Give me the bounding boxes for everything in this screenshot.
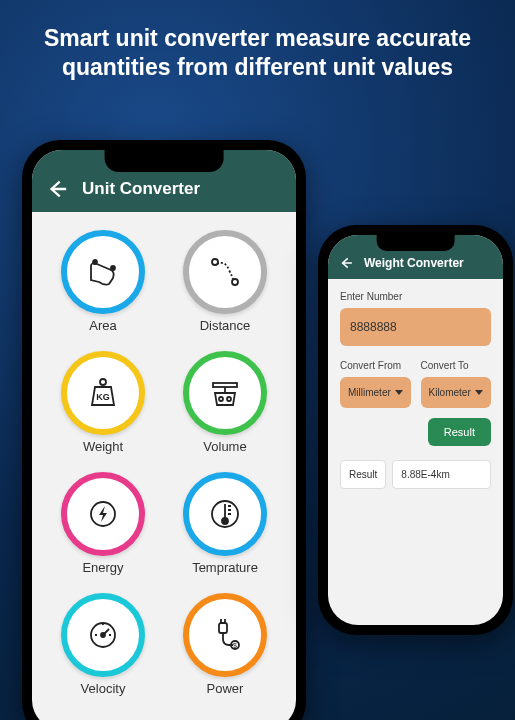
category-label: Distance xyxy=(200,318,251,333)
temperature-icon xyxy=(205,494,245,534)
svg-point-0 xyxy=(93,260,97,264)
appbar-title: Unit Converter xyxy=(82,179,200,199)
svg-point-13 xyxy=(101,633,105,637)
phone-mockup-2: Weight Converter Enter Number 8888888 Co… xyxy=(318,225,513,635)
converter-form: Enter Number 8888888 Convert From Millim… xyxy=(328,279,503,501)
phone-notch xyxy=(376,235,455,251)
category-distance[interactable]: Distance xyxy=(174,230,276,333)
convert-to-label: Convert To xyxy=(421,360,492,371)
svg-point-8 xyxy=(227,397,231,401)
power-icon: $ xyxy=(205,615,245,655)
svg-point-11 xyxy=(222,518,228,524)
category-label: Volume xyxy=(203,439,246,454)
svg-text:$: $ xyxy=(233,642,237,649)
select-value: Kilometer xyxy=(429,387,471,398)
appbar-title: Weight Converter xyxy=(364,256,464,270)
svg-point-7 xyxy=(219,397,223,401)
result-value-cell: 8.88E-4km xyxy=(392,460,491,489)
svg-text:KG: KG xyxy=(96,392,110,402)
area-icon xyxy=(83,252,123,292)
back-arrow-icon[interactable] xyxy=(338,255,354,271)
phone-mockup-1: Unit Converter Area Distance KG xyxy=(22,140,306,720)
category-power[interactable]: $ Power xyxy=(174,593,276,696)
svg-point-4 xyxy=(100,379,106,385)
category-volume[interactable]: Volume xyxy=(174,351,276,454)
convert-to-select[interactable]: Kilometer xyxy=(421,377,492,408)
energy-icon xyxy=(83,494,123,534)
select-value: Millimeter xyxy=(348,387,391,398)
convert-from-label: Convert From xyxy=(340,360,411,371)
back-arrow-icon[interactable] xyxy=(46,178,68,200)
category-label: Velocity xyxy=(81,681,126,696)
volume-icon xyxy=(205,373,245,413)
phone-notch xyxy=(105,150,224,172)
category-grid: Area Distance KG Weight Vol xyxy=(32,212,296,714)
category-label: Temprature xyxy=(192,560,258,575)
category-label: Area xyxy=(89,318,116,333)
svg-rect-14 xyxy=(219,623,227,633)
result-label-cell: Result xyxy=(340,460,386,489)
category-label: Weight xyxy=(83,439,123,454)
chevron-down-icon xyxy=(475,390,483,395)
velocity-icon xyxy=(83,615,123,655)
category-energy[interactable]: Energy xyxy=(52,472,154,575)
weight-icon: KG xyxy=(83,373,123,413)
category-label: Energy xyxy=(82,560,123,575)
enter-number-label: Enter Number xyxy=(340,291,491,302)
svg-point-3 xyxy=(232,279,238,285)
promo-headline: Smart unit converter measure accurate qu… xyxy=(0,0,515,92)
chevron-down-icon xyxy=(395,390,403,395)
category-label: Power xyxy=(207,681,244,696)
category-area[interactable]: Area xyxy=(52,230,154,333)
category-velocity[interactable]: Velocity xyxy=(52,593,154,696)
svg-rect-6 xyxy=(213,383,237,387)
distance-icon xyxy=(205,252,245,292)
number-input[interactable]: 8888888 xyxy=(340,308,491,346)
category-weight[interactable]: KG Weight xyxy=(52,351,154,454)
svg-point-1 xyxy=(111,266,115,270)
convert-from-select[interactable]: Millimeter xyxy=(340,377,411,408)
category-temperature[interactable]: Temprature xyxy=(174,472,276,575)
result-button[interactable]: Result xyxy=(428,418,491,446)
